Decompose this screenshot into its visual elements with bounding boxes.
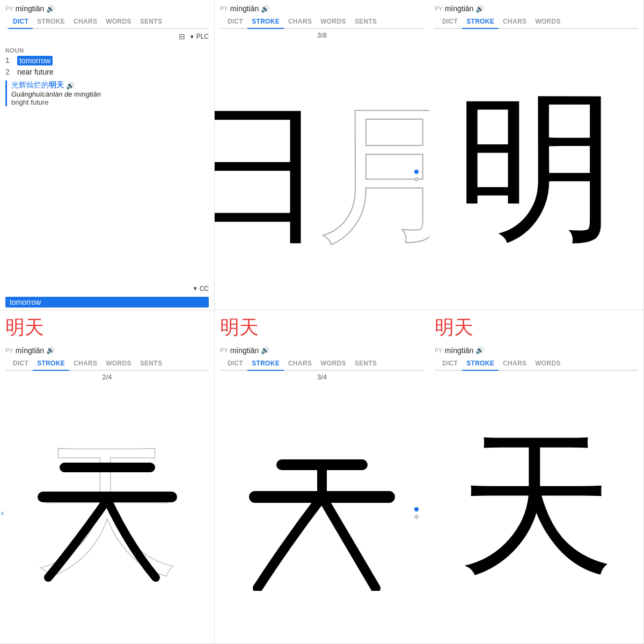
tab-words-3[interactable]: WORDS [531, 15, 565, 29]
speaker-icon-5[interactable]: 🔊 [261, 346, 269, 354]
cc-btn-1[interactable]: ▼ CC [193, 285, 209, 292]
tabs-4: DICT STROKE CHARS WORDS SENTS [5, 357, 209, 371]
tabs-1: DICT STROKE CHARS WORDS SENTS [5, 15, 209, 29]
tab-stroke-5[interactable]: STROKE [247, 357, 284, 371]
dict-content-1: NOUN 1 tomorrow 2 near future 光辉灿烂的明天 🔊 … [0, 44, 214, 283]
char-full-6: 天 [459, 402, 614, 612]
panel-header-1: PY míngtiān 🔊 DICT STROKE CHARS WORDS SE… [0, 0, 214, 29]
tab-stroke-6[interactable]: STROKE [462, 357, 499, 371]
py-label-3: PY [435, 5, 443, 12]
pinyin-3: míngtiān [445, 4, 474, 13]
cc-label-1: CC [200, 285, 209, 292]
speaker-icon-example-1[interactable]: 🔊 [66, 82, 75, 90]
dot-inactive-2 [414, 177, 419, 181]
py-line-3: PY míngtiān 🔊 [435, 4, 638, 13]
tab-chars-1[interactable]: CHARS [69, 15, 101, 29]
panel-header-4: PY míngtiān 🔊 DICT STROKE CHARS WORDS SE… [0, 342, 214, 371]
stroke-svg-5 [244, 435, 400, 591]
tab-dict-6[interactable]: DICT [438, 357, 462, 371]
char-right-outline-2: 月 [317, 74, 429, 277]
py-label-2: PY [220, 5, 228, 12]
char-display-5 [215, 383, 429, 644]
pinyin-1: míngtiān [16, 4, 45, 13]
tab-sents-5[interactable]: SENTS [350, 357, 382, 371]
tomorrow-badge-1[interactable]: tomorrow [5, 297, 209, 308]
tab-stroke-2[interactable]: STROKE [247, 15, 284, 29]
tab-words-2[interactable]: WORDS [316, 15, 350, 29]
example-english-1: bright future [11, 98, 209, 106]
arrow-down-icon-1: ▼ [189, 34, 195, 40]
tab-chars-3[interactable]: CHARS [499, 15, 531, 29]
tab-chars-6[interactable]: CHARS [499, 357, 531, 371]
panel-top-right: PY míngtiān 🔊 DICT STROKE CHARS WORDS 明 [429, 0, 644, 310]
tab-dict-3[interactable]: DICT [438, 15, 462, 29]
tab-words-4[interactable]: WORDS [101, 357, 136, 371]
speaker-icon-1[interactable]: 🔊 [46, 5, 55, 13]
tab-words-1[interactable]: WORDS [101, 15, 136, 29]
speaker-icon-6[interactable]: 🔊 [475, 346, 484, 354]
tab-dict-1[interactable]: DICT [9, 15, 33, 29]
char-display-4: 天 ‹ [0, 383, 214, 644]
panel-header-2: PY míngtiān 🔊 DICT STROKE CHARS WORDS SE… [215, 0, 429, 29]
pinyin-5: míngtiān [230, 346, 259, 355]
py-line-4: PY míngtiān 🔊 [5, 346, 209, 355]
scroll-left-4[interactable]: ‹ [1, 508, 4, 518]
plc-btn-1[interactable]: ▼ PLC [189, 33, 209, 40]
py-label-5: PY [220, 347, 228, 354]
pinyin-4: míngtiān [16, 346, 45, 355]
panel-top-middle: PY míngtiān 🔊 DICT STROKE CHARS WORDS SE… [215, 0, 429, 310]
chinese-title-4: 明天 [0, 310, 214, 342]
panel-top-left: PY míngtiān 🔊 DICT STROKE CHARS WORDS SE… [0, 0, 215, 310]
tab-sents-4[interactable]: SENTS [136, 357, 167, 371]
example-chinese-1: 光辉灿烂的明天 🔊 [11, 80, 209, 90]
py-line-5: PY míngtiān 🔊 [220, 346, 424, 355]
tab-words-6[interactable]: WORDS [531, 357, 565, 371]
tab-chars-5[interactable]: CHARS [284, 357, 316, 371]
tab-dict-5[interactable]: DICT [223, 357, 247, 371]
panel-bottom-middle: 明天 PY míngtiān 🔊 DICT STROKE CHARS WORDS… [215, 310, 429, 645]
tab-sents-2[interactable]: SENTS [350, 15, 382, 29]
tabs-6: DICT STROKE CHARS WORDS [435, 357, 638, 371]
py-line-1: PY míngtiān 🔊 [5, 4, 209, 13]
dot-indicator-5 [414, 507, 419, 519]
arrow-cc-icon-1: ▼ [193, 286, 198, 291]
plc-label-1: PLC [196, 33, 209, 40]
panel-header-5: PY míngtiān 🔊 DICT STROKE CHARS WORDS SE… [215, 342, 429, 371]
speaker-icon-4[interactable]: 🔊 [46, 346, 55, 354]
dot-active-5 [414, 507, 419, 511]
dot-inactive-5 [414, 515, 419, 519]
tabs-3: DICT STROKE CHARS WORDS [435, 15, 638, 29]
chinese-title-5: 明天 [215, 310, 429, 342]
def-text-2: near future [17, 68, 54, 76]
panel-bottom-left: 明天 PY míngtiān 🔊 DICT STROKE CHARS WORDS… [0, 310, 215, 645]
stroke-count-5: 3/4 [215, 371, 429, 383]
char-display-6: 天 [429, 371, 643, 644]
def-num-2: 2 [5, 68, 14, 76]
speaker-icon-2[interactable]: 🔊 [261, 5, 269, 13]
tab-chars-2[interactable]: CHARS [284, 15, 316, 29]
py-line-2: PY míngtiān 🔊 [220, 4, 424, 13]
char-display-2: 日 月 [215, 41, 429, 310]
tab-chars-4[interactable]: CHARS [69, 357, 101, 371]
tab-dict-4[interactable]: DICT [9, 357, 33, 371]
dot-indicator-2 [414, 170, 419, 181]
tab-stroke-1[interactable]: STROKE [33, 15, 69, 29]
tab-stroke-4[interactable]: STROKE [33, 357, 69, 371]
def-item-2: 2 near future [5, 68, 209, 76]
sub-controls-1: ⊟ ▼ PLC [0, 29, 214, 44]
stroke-count-2: 3/8 [215, 29, 429, 41]
tab-dict-2[interactable]: DICT [223, 15, 247, 29]
filter-icon-1[interactable]: ⊟ [179, 32, 185, 41]
cc-section-1: ▼ CC [0, 283, 214, 295]
py-label-1: PY [5, 5, 13, 12]
tab-stroke-3[interactable]: STROKE [462, 15, 499, 29]
tab-words-5[interactable]: WORDS [316, 357, 350, 371]
dot-active-2 [414, 170, 419, 174]
stroke-count-4: 2/4 [0, 371, 214, 383]
tab-sents-1[interactable]: SENTS [136, 15, 167, 29]
chinese-title-6: 明天 [429, 310, 643, 342]
speaker-icon-3[interactable]: 🔊 [475, 5, 484, 13]
pinyin-2: míngtiān [230, 4, 259, 13]
def-num-1: 1 [5, 56, 14, 65]
tabs-2: DICT STROKE CHARS WORDS SENTS [220, 15, 424, 29]
